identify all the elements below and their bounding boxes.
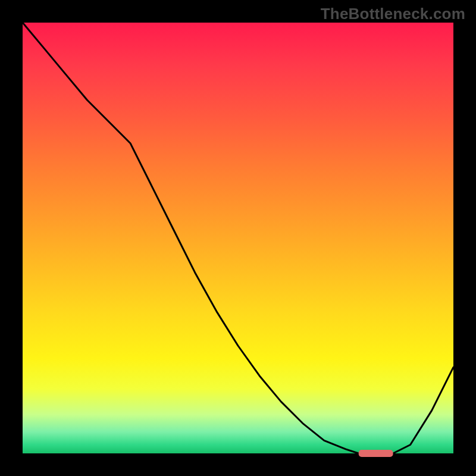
plot-area xyxy=(23,23,453,453)
watermark-text: TheBottleneck.com xyxy=(321,5,465,23)
chart-frame: TheBottleneck.com xyxy=(0,0,476,476)
flat-marker xyxy=(359,450,393,457)
bottleneck-curve-path xyxy=(23,23,453,453)
curve-svg xyxy=(23,23,453,453)
